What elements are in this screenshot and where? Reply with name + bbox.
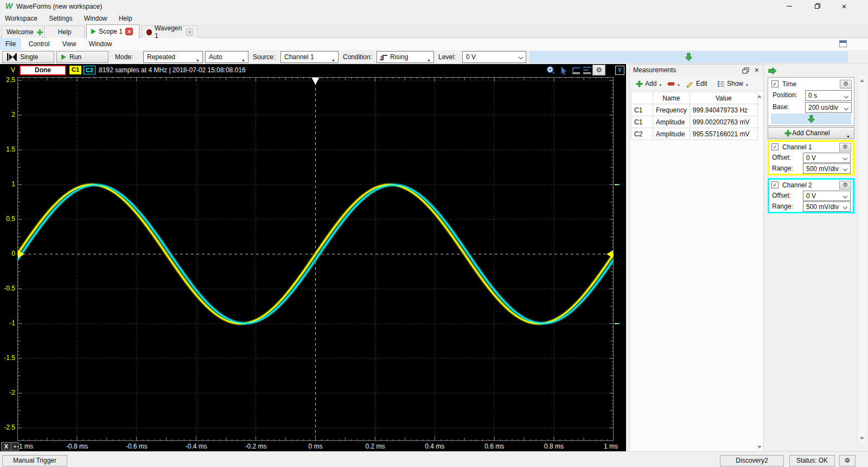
collapse-panel-arrow-icon[interactable] [768, 67, 777, 74]
channel1-badge[interactable]: C1 [69, 66, 81, 74]
table-row[interactable]: C1 Frequency 999.940479733 Hz [631, 104, 758, 116]
x-axis-tick-label: -0.6 ms [118, 443, 156, 450]
x-axis-tick-label: -1 ms [6, 443, 44, 450]
menu-window[interactable]: Window [79, 12, 112, 24]
chevron-down-icon [844, 106, 848, 110]
close-tab-icon[interactable]: × [186, 28, 193, 36]
vertical-scrollbar[interactable] [857, 76, 866, 443]
channel1-offset-combobox[interactable]: 0 V [803, 153, 851, 163]
manual-trigger-button[interactable]: Manual Trigger [2, 455, 67, 466]
scroll-down-icon[interactable] [860, 437, 864, 440]
measurement-value: 995.557166021 mV [690, 128, 757, 140]
status-ok-button[interactable]: Status: OK [789, 455, 835, 466]
plot-settings-button[interactable]: ⚙ [592, 65, 605, 75]
channel2-checkbox[interactable]: ✓ [771, 181, 778, 188]
time-settings-button[interactable]: ⚙ [840, 80, 852, 89]
window-title: WaveForms (new workspace) [16, 3, 102, 10]
time-checkbox[interactable]: ✓ [771, 80, 778, 87]
acquisition-progress-strip [529, 51, 848, 63]
single-label: Single [20, 53, 38, 61]
level-combobox[interactable]: 0 V [462, 51, 526, 63]
add-instrument-icon [36, 29, 38, 36]
scroll-up-icon[interactable] [860, 79, 864, 82]
menu-workspace[interactable]: Workspace [0, 12, 42, 24]
scope-menu-control[interactable]: Control [23, 38, 55, 50]
time-base-combobox[interactable]: 200 us/div [805, 102, 852, 113]
offset-value: 0 V [806, 192, 816, 200]
device-info-button[interactable]: Discovery2 SN:210321A80768 [720, 455, 784, 466]
source-select[interactable]: Channel 1▼ [280, 51, 339, 63]
scope-menu-file[interactable]: File [0, 38, 21, 50]
value-column-header[interactable]: Value [690, 92, 757, 104]
channel-column-header[interactable] [631, 92, 653, 104]
x-axis-tick-label: 0 ms [297, 443, 335, 450]
channel1-settings-button[interactable]: ⚙ [839, 143, 851, 152]
tab-scope-1[interactable]: Scope 1 × [86, 24, 139, 38]
channel1-checkbox[interactable]: ✓ [771, 143, 778, 150]
chevron-down-icon [843, 205, 847, 209]
channel2-label: Channel 2 [782, 181, 812, 189]
condition-select[interactable]: Rising▼ [376, 51, 434, 63]
acquisition-status-button[interactable]: Done [20, 65, 66, 75]
scroll-down-icon[interactable] [757, 446, 762, 449]
x-cursors-icon[interactable] [571, 65, 582, 75]
pointer-icon[interactable] [559, 65, 570, 75]
scope-menu-view[interactable]: View [57, 38, 82, 50]
tab-help[interactable]: Help [44, 26, 85, 38]
name-column-header[interactable]: Name [653, 92, 690, 104]
auto-select[interactable]: Auto▼ [205, 51, 248, 63]
time-position-combobox[interactable]: 0 s [805, 90, 852, 101]
table-row[interactable]: C2 Amplitude 995.557166021 mV [631, 128, 758, 140]
scroll-up-icon[interactable] [757, 95, 762, 98]
menu-settings[interactable]: Settings [44, 12, 77, 24]
device-settings-button[interactable]: ⚙ [839, 455, 856, 466]
close-button[interactable]: × [832, 0, 857, 12]
y-axis-button[interactable]: Y [615, 66, 624, 75]
channel2-range-combobox[interactable]: 500 mV/div [803, 201, 851, 212]
tab-welcome[interactable]: Welcome [2, 26, 43, 38]
restore-button[interactable] [805, 0, 830, 12]
measurements-table: Name Value C1 Frequency 999.940479733 Hz… [631, 92, 758, 140]
float-window-icon[interactable] [839, 40, 847, 47]
y-axis-tick-label: -0.5 [0, 285, 15, 292]
channel2-offset-combobox[interactable]: 0 V [803, 191, 851, 201]
add-measurement-button[interactable]: Add ▼ [634, 78, 663, 89]
x-axis-tick-label: -0.2 ms [237, 443, 275, 450]
tab-wavegen-1[interactable]: Wavegen 1 × [142, 26, 198, 38]
show-measurement-button[interactable]: Show ▼ [716, 78, 750, 89]
chevron-down-icon [843, 156, 847, 160]
offset-label: Offset: [772, 154, 791, 161]
y-axis-tick-label: 0.5 [0, 215, 15, 223]
single-button[interactable]: Single [2, 51, 54, 63]
table-row[interactable]: C1 Amplitude 999.002002763 mV [631, 116, 758, 128]
zoom-icon[interactable] [545, 65, 556, 75]
run-button[interactable]: Run [56, 51, 108, 63]
range-value: 500 mV/div [806, 165, 839, 173]
remove-measurement-button[interactable]: ▼ [666, 78, 682, 89]
y-axis-tick-label: 1.5 [0, 146, 15, 153]
add-channel-button[interactable]: Add Channel ▼ [768, 127, 854, 139]
minimize-button[interactable] [777, 0, 802, 12]
edit-measurement-button[interactable]: Edit [684, 78, 709, 89]
menu-help[interactable]: Help [114, 12, 137, 24]
channel2-settings-button[interactable]: ⚙ [839, 181, 851, 190]
source-label: Source: [253, 51, 275, 63]
y-cursors-icon[interactable] [582, 65, 593, 75]
oscilloscope-plot[interactable] [17, 77, 614, 441]
channel2-badge[interactable]: C2 [84, 66, 95, 74]
measurement-channel: C2 [631, 128, 653, 140]
channel1-range-combobox[interactable]: 500 mV/div [803, 163, 851, 174]
minimize-icon [787, 6, 792, 7]
float-panel-icon[interactable] [742, 67, 749, 74]
measurements-toolbar: Add ▼ ▼ Edit [630, 77, 763, 91]
time-header: ✓ Time ⚙ [768, 79, 854, 91]
channel2-groupbox: ✓ Channel 2 ⚙ Offset: 0 V Range: 500 mV/… [768, 178, 854, 213]
close-tab-icon[interactable]: × [125, 28, 133, 35]
close-panel-icon[interactable]: × [755, 66, 759, 74]
channel1-groupbox: ✓ Channel 1 ⚙ Offset: 0 V Range: 500 mV/… [768, 140, 854, 175]
level-label: Level: [438, 51, 456, 63]
x-axis-tick-label: 0.8 ms [535, 443, 573, 450]
scope-menu-window[interactable]: Window [84, 38, 118, 50]
time-base-row: Base: 200 us/div [768, 102, 854, 113]
mode-select[interactable]: Repeated▼ [143, 51, 203, 63]
